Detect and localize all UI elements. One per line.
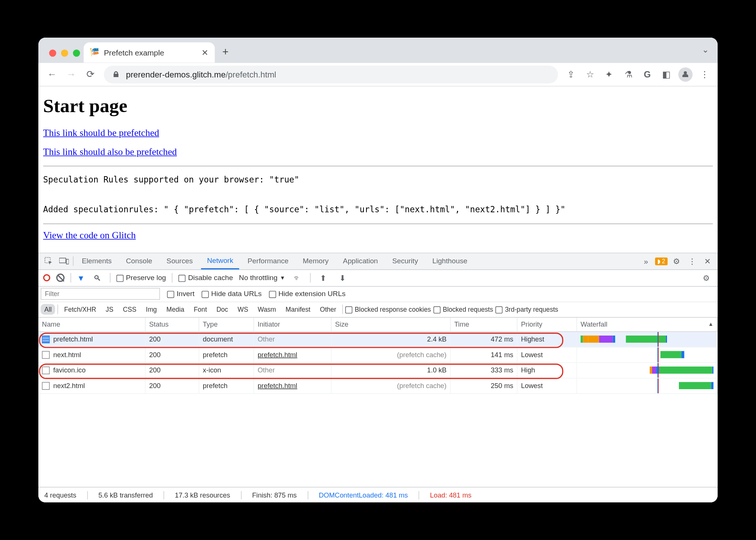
filter-input[interactable] bbox=[41, 288, 160, 300]
more-tabs-icon[interactable]: » bbox=[639, 255, 652, 268]
menu-icon[interactable]: ⋮ bbox=[696, 66, 713, 83]
warnings-badge[interactable]: ◗ 2 bbox=[655, 257, 667, 265]
back-button[interactable]: ← bbox=[43, 65, 61, 83]
tab-application[interactable]: Application bbox=[337, 253, 384, 270]
table-row[interactable]: prefetch.html200documentOther2.4 kB472 m… bbox=[38, 332, 718, 347]
file-type-icon bbox=[42, 382, 50, 390]
minimize-window-dot[interactable] bbox=[61, 50, 68, 57]
tab-lighthouse[interactable]: Lighthouse bbox=[426, 253, 473, 270]
type-fetchxhr[interactable]: Fetch/XHR bbox=[61, 304, 100, 315]
col-waterfall[interactable]: Waterfall▲ bbox=[577, 317, 718, 331]
filter-bar: Invert Hide data URLs Hide extension URL… bbox=[38, 286, 718, 302]
new-tab-button[interactable]: + bbox=[217, 44, 234, 60]
share-icon[interactable]: ⇪ bbox=[563, 66, 579, 83]
table-row[interactable]: next2.html200prefetchprefetch.html(prefe… bbox=[38, 378, 718, 394]
extensions-icon[interactable]: ✦ bbox=[601, 66, 617, 83]
export-har-icon[interactable]: ⬇︎ bbox=[336, 271, 349, 284]
labs-icon[interactable]: ⚗︎ bbox=[620, 66, 637, 83]
col-size[interactable]: Size bbox=[331, 317, 451, 331]
profile-avatar[interactable]: 👤︎ bbox=[677, 66, 694, 83]
type-img[interactable]: Img bbox=[142, 304, 161, 315]
import-har-icon[interactable]: ⬆︎ bbox=[317, 271, 330, 284]
cell-priority: High bbox=[517, 363, 577, 378]
type-ws[interactable]: WS bbox=[234, 304, 252, 315]
forward-button[interactable]: → bbox=[62, 65, 80, 83]
cell-size: (prefetch cache) bbox=[331, 378, 451, 393]
tab-memory[interactable]: Memory bbox=[297, 253, 334, 270]
address-bar[interactable]: 🔒︎ prerender-demos.glitch.me/prefetch.ht… bbox=[104, 65, 558, 83]
col-type[interactable]: Type bbox=[199, 317, 254, 331]
tab-strip: 🎏 Prefetch example ✕ + ⌄ bbox=[38, 38, 718, 63]
type-manifest[interactable]: Manifest bbox=[282, 304, 314, 315]
third-party-requests-checkbox[interactable]: 3rd-party requests bbox=[495, 305, 558, 313]
tab-elements[interactable]: Elements bbox=[76, 253, 118, 270]
blocked-requests-checkbox[interactable]: Blocked requests bbox=[433, 305, 493, 313]
network-conditions-icon[interactable]: ᯤ bbox=[291, 271, 304, 284]
col-name[interactable]: Name bbox=[38, 317, 146, 331]
type-wasm[interactable]: Wasm bbox=[254, 304, 279, 315]
clear-button[interactable] bbox=[56, 274, 64, 282]
close-window-dot[interactable] bbox=[49, 50, 56, 57]
tab-sources[interactable]: Sources bbox=[161, 253, 198, 270]
disable-cache-checkbox[interactable]: Disable cache bbox=[178, 274, 233, 282]
glitch-link[interactable]: View the code on Glitch bbox=[43, 230, 136, 241]
browser-tab[interactable]: 🎏 Prefetch example ✕ bbox=[84, 42, 215, 63]
record-button[interactable] bbox=[43, 274, 50, 281]
svg-rect-2 bbox=[66, 259, 69, 264]
type-other[interactable]: Other bbox=[316, 304, 340, 315]
tab-security[interactable]: Security bbox=[386, 253, 424, 270]
tab-network[interactable]: Network bbox=[201, 253, 239, 270]
status-transferred: 5.6 kB transferred bbox=[98, 491, 153, 498]
inspect-icon[interactable] bbox=[42, 255, 55, 268]
maximize-window-dot[interactable] bbox=[73, 50, 80, 57]
cell-type: document bbox=[199, 332, 254, 347]
google-icon[interactable]: G bbox=[639, 66, 656, 83]
type-js[interactable]: JS bbox=[102, 304, 117, 315]
type-doc[interactable]: Doc bbox=[213, 304, 232, 315]
device-icon[interactable] bbox=[57, 255, 70, 268]
invert-checkbox[interactable]: Invert bbox=[167, 290, 195, 298]
blocked-response-cookies-checkbox[interactable]: Blocked response cookies bbox=[345, 305, 431, 313]
panel-icon[interactable]: ◧ bbox=[658, 66, 675, 83]
tab-console[interactable]: Console bbox=[120, 253, 158, 270]
prefetch-link-2[interactable]: This link should also be prefetched bbox=[43, 147, 177, 158]
cell-name: next.html bbox=[53, 351, 81, 358]
preserve-log-checkbox[interactable]: Preserve log bbox=[116, 274, 166, 282]
col-time[interactable]: Time bbox=[451, 317, 517, 331]
cell-priority: Highest bbox=[517, 332, 577, 347]
network-settings-icon[interactable]: ⚙︎ bbox=[700, 271, 713, 284]
table-row[interactable]: favicon.ico200x-iconOther1.0 kB333 msHig… bbox=[38, 363, 718, 378]
search-icon[interactable]: 🔍︎ bbox=[91, 271, 104, 284]
type-media[interactable]: Media bbox=[163, 304, 188, 315]
bookmark-icon[interactable]: ☆ bbox=[582, 66, 598, 83]
col-initiator[interactable]: Initiator bbox=[254, 317, 331, 331]
tabs-menu-chevron-icon[interactable]: ⌄ bbox=[702, 45, 709, 54]
status-resources: 17.3 kB resources bbox=[175, 491, 230, 498]
cell-initiator[interactable]: prefetch.html bbox=[254, 347, 331, 362]
cell-initiator[interactable]: prefetch.html bbox=[254, 378, 331, 393]
type-css[interactable]: CSS bbox=[119, 304, 140, 315]
reload-button[interactable]: ⟳ bbox=[81, 65, 99, 83]
file-type-icon bbox=[42, 351, 50, 359]
network-status-bar: 4 requests 5.6 kB transferred 17.3 kB re… bbox=[38, 487, 718, 502]
url: prerender-demos.glitch.me/prefetch.html bbox=[126, 70, 276, 79]
tab-performance[interactable]: Performance bbox=[242, 253, 295, 270]
settings-icon[interactable]: ⚙︎ bbox=[670, 255, 683, 268]
col-priority[interactable]: Priority bbox=[517, 317, 577, 331]
hide-data-urls-checkbox[interactable]: Hide data URLs bbox=[201, 290, 261, 298]
throttling-select[interactable]: No throttling ▼ bbox=[239, 274, 285, 282]
prefetch-link-1[interactable]: This link should be prefetched bbox=[43, 128, 159, 139]
devtools-panel: Elements Console Sources Network Perform… bbox=[38, 252, 718, 502]
cell-priority: Lowest bbox=[517, 347, 577, 362]
filter-toggle-icon[interactable]: ▼ bbox=[77, 273, 85, 282]
tab-title: Prefetch example bbox=[104, 48, 164, 57]
kebab-icon[interactable]: ⋮ bbox=[686, 255, 699, 268]
status-finish: Finish: 875 ms bbox=[252, 491, 297, 498]
close-devtools-icon[interactable]: ✕ bbox=[701, 255, 714, 268]
col-status[interactable]: Status bbox=[146, 317, 199, 331]
type-all[interactable]: All bbox=[41, 304, 55, 315]
type-font[interactable]: Font bbox=[190, 304, 210, 315]
close-tab-icon[interactable]: ✕ bbox=[201, 48, 209, 57]
table-row[interactable]: next.html200prefetchprefetch.html(prefet… bbox=[38, 347, 718, 363]
hide-extension-urls-checkbox[interactable]: Hide extension URLs bbox=[269, 290, 346, 298]
